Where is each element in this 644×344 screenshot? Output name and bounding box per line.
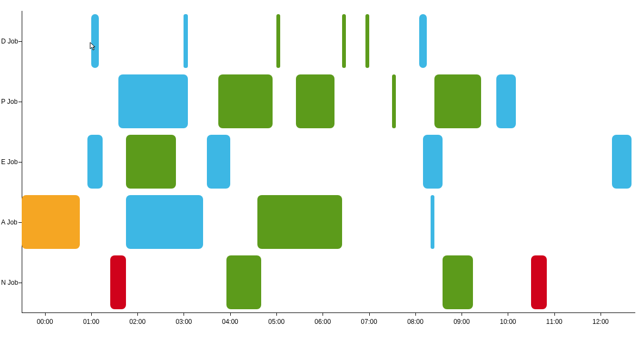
gantt-bar[interactable]: [218, 74, 272, 129]
x-axis-label: 07:00: [361, 318, 377, 326]
y-tick: [18, 102, 22, 102]
gantt-chart: 00:0001:0002:0003:0004:0005:0006:0007:00…: [0, 0, 644, 344]
y-tick: [18, 41, 22, 42]
gantt-bar[interactable]: [342, 14, 346, 68]
x-axis-label: 12:00: [592, 318, 609, 326]
x-tick: [137, 312, 138, 316]
gantt-bar[interactable]: [226, 255, 261, 310]
x-tick: [415, 312, 416, 316]
x-axis-label: 02:00: [129, 318, 146, 326]
y-axis-label: A Job: [1, 218, 17, 226]
gantt-bar[interactable]: [276, 14, 280, 68]
x-axis-label: 04:00: [222, 318, 238, 326]
x-axis-label: 08:00: [407, 318, 424, 326]
plot-area: [22, 11, 635, 312]
gantt-bar[interactable]: [22, 195, 80, 249]
gantt-bar[interactable]: [612, 135, 632, 189]
y-axis-label: D Job: [1, 37, 18, 45]
y-tick: [18, 283, 22, 283]
y-axis-label: P Job: [1, 98, 17, 105]
gantt-bar[interactable]: [296, 74, 334, 129]
x-tick: [323, 312, 323, 316]
x-tick: [601, 312, 601, 316]
gantt-bar[interactable]: [392, 74, 396, 129]
x-tick: [184, 312, 184, 316]
x-axis-label: 00:00: [37, 318, 53, 326]
x-tick: [369, 312, 370, 316]
x-axis-label: 03:00: [175, 318, 192, 326]
gantt-bar[interactable]: [423, 135, 443, 189]
x-axis-label: 06:00: [314, 318, 331, 326]
gantt-bar[interactable]: [443, 255, 473, 310]
x-tick: [230, 312, 231, 316]
x-axis-label: 11:00: [546, 318, 563, 326]
gantt-bar[interactable]: [365, 14, 369, 68]
x-tick: [462, 312, 462, 316]
gantt-bar[interactable]: [126, 135, 176, 189]
y-tick: [18, 162, 22, 162]
y-tick: [18, 222, 22, 223]
y-axis-label: E Job: [1, 158, 18, 166]
x-axis-label: 01:00: [83, 318, 99, 326]
x-tick: [45, 312, 46, 316]
gantt-bar[interactable]: [257, 195, 342, 249]
x-tick: [508, 312, 508, 316]
gantt-bar[interactable]: [184, 14, 187, 68]
gantt-bar[interactable]: [434, 74, 481, 129]
gantt-bar[interactable]: [118, 74, 188, 129]
x-axis-line: [22, 312, 635, 313]
y-axis-label: N Job: [1, 279, 18, 286]
gantt-bar[interactable]: [87, 135, 103, 189]
x-axis-label: 05:00: [268, 318, 285, 326]
gantt-bar[interactable]: [207, 135, 230, 189]
gantt-bar[interactable]: [531, 255, 546, 310]
gantt-bar[interactable]: [126, 195, 203, 249]
x-tick: [91, 312, 92, 316]
gantt-bar[interactable]: [431, 195, 434, 249]
x-tick: [276, 312, 277, 316]
gantt-bar[interactable]: [419, 14, 427, 68]
x-axis-label: 09:00: [453, 318, 470, 326]
x-tick: [554, 312, 555, 316]
gantt-bar[interactable]: [91, 14, 99, 68]
gantt-bar[interactable]: [110, 255, 125, 310]
gantt-bar[interactable]: [496, 74, 516, 129]
x-axis-label: 10:00: [500, 318, 516, 326]
